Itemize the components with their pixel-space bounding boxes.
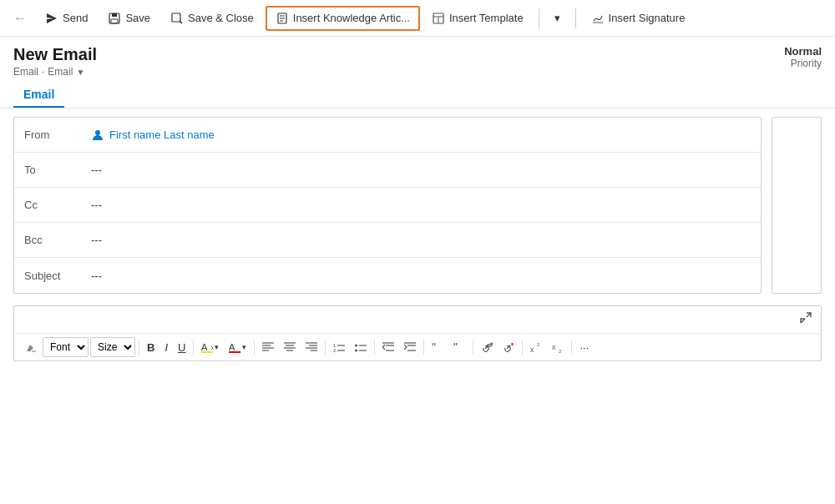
back-button[interactable]: ← bbox=[7, 5, 33, 32]
editor-divider1 bbox=[139, 340, 139, 355]
bold-button[interactable]: B bbox=[143, 339, 159, 356]
more-options-button[interactable]: ··· bbox=[575, 339, 593, 356]
svg-rect-1 bbox=[112, 13, 117, 17]
subtitle-dot: · bbox=[42, 66, 44, 78]
person-icon bbox=[91, 129, 104, 142]
font-select[interactable]: Font bbox=[43, 337, 89, 357]
subtitle-dropdown-icon[interactable]: ▼ bbox=[76, 68, 84, 77]
ordered-list-icon: 1. 2. bbox=[333, 341, 345, 353]
subscript-button[interactable]: x 2 bbox=[548, 339, 568, 355]
insert-signature-button[interactable]: Insert Signature bbox=[583, 8, 694, 29]
svg-rect-16 bbox=[201, 351, 213, 353]
editor-divider4 bbox=[325, 340, 326, 355]
align-left-icon bbox=[262, 341, 274, 353]
increase-indent-button[interactable] bbox=[400, 339, 420, 355]
subject-row: Subject --- bbox=[14, 258, 761, 293]
book-icon bbox=[276, 12, 289, 25]
email-container: From First name Last name To --- Cc --- … bbox=[0, 108, 835, 302]
editor-divider2 bbox=[193, 340, 194, 355]
expand-button[interactable] bbox=[797, 310, 814, 330]
remove-link-button[interactable] bbox=[498, 339, 519, 355]
size-select[interactable]: Size bbox=[90, 337, 135, 357]
svg-text:A: A bbox=[229, 342, 235, 352]
insert-link-button[interactable] bbox=[477, 339, 497, 355]
main-toolbar: ← Send Save Save & Close Insert Knowledg… bbox=[0, 0, 835, 37]
superscript-button[interactable]: x 2 bbox=[526, 339, 546, 355]
save-label: Save bbox=[125, 12, 150, 24]
eraser-icon bbox=[25, 341, 37, 353]
align-right-icon bbox=[306, 341, 317, 353]
highlight-icon: A bbox=[201, 341, 215, 353]
insert-template-button[interactable]: Insert Template bbox=[423, 8, 532, 29]
insert-template-label: Insert Template bbox=[449, 12, 524, 24]
subject-value[interactable]: --- bbox=[91, 270, 751, 282]
page-title: New Email bbox=[13, 45, 97, 64]
cc-value[interactable]: --- bbox=[91, 199, 751, 211]
send-button[interactable]: Send bbox=[37, 8, 96, 29]
save-button[interactable]: Save bbox=[99, 8, 159, 29]
from-value[interactable]: First name Last name bbox=[91, 129, 751, 142]
bold-label: B bbox=[147, 341, 154, 354]
align-center-button[interactable] bbox=[280, 339, 300, 355]
superscript-icon: x 2 bbox=[530, 341, 542, 353]
from-row: From First name Last name bbox=[14, 118, 761, 153]
bcc-row: Bcc --- bbox=[14, 223, 761, 258]
editor-divider5 bbox=[374, 340, 375, 355]
to-value[interactable]: --- bbox=[91, 164, 751, 176]
page-header: New Email Email · Email ▼ Normal Priorit… bbox=[0, 37, 835, 81]
priority-label: Normal bbox=[784, 45, 822, 58]
decrease-indent-button[interactable] bbox=[378, 339, 398, 355]
font-color-button[interactable]: A ▾ bbox=[225, 339, 250, 355]
signature-icon bbox=[591, 12, 605, 25]
send-label: Send bbox=[63, 12, 88, 24]
insert-knowledge-button[interactable]: Insert Knowledge Artic... bbox=[266, 6, 420, 31]
decrease-indent-icon bbox=[382, 341, 394, 353]
align-center-icon bbox=[284, 341, 296, 353]
to-label: To bbox=[24, 164, 91, 176]
editor-divider7 bbox=[473, 340, 473, 355]
save-close-label: Save & Close bbox=[188, 12, 254, 24]
unordered-list-button[interactable] bbox=[351, 339, 371, 355]
to-row: To --- bbox=[14, 153, 761, 188]
italic-label: I bbox=[164, 341, 168, 354]
svg-text:2: 2 bbox=[559, 349, 562, 353]
editor-expand-area bbox=[14, 306, 821, 333]
from-label: From bbox=[24, 129, 91, 141]
cc-row: Cc --- bbox=[14, 188, 761, 223]
editor-divider9 bbox=[571, 340, 572, 355]
svg-point-37 bbox=[355, 350, 357, 352]
font-color-dropdown-icon: ▾ bbox=[242, 343, 246, 351]
expand-icon bbox=[799, 311, 812, 325]
bcc-value[interactable]: --- bbox=[91, 234, 751, 246]
template-icon bbox=[432, 12, 445, 25]
svg-text:2.: 2. bbox=[333, 348, 337, 353]
toolbar-divider bbox=[539, 8, 539, 28]
underline-button[interactable]: U bbox=[174, 339, 190, 356]
subtitle-email2[interactable]: Email bbox=[48, 66, 73, 78]
align-right-button[interactable] bbox=[301, 339, 321, 355]
highlight-dropdown-icon: ▾ bbox=[215, 343, 219, 351]
align-left-button[interactable] bbox=[258, 339, 278, 355]
svg-point-35 bbox=[355, 345, 357, 347]
italic-button[interactable]: I bbox=[160, 339, 172, 356]
clear-format-button[interactable] bbox=[21, 339, 41, 355]
editor-divider8 bbox=[522, 340, 523, 355]
svg-rect-2 bbox=[111, 19, 118, 23]
save-icon bbox=[108, 12, 121, 25]
bcc-label: Bcc bbox=[24, 234, 91, 246]
svg-text:A: A bbox=[201, 342, 208, 352]
svg-text:2: 2 bbox=[537, 342, 540, 347]
send-icon bbox=[45, 12, 58, 25]
font-color-icon: A bbox=[229, 341, 242, 353]
tab-email[interactable]: Email bbox=[13, 81, 64, 108]
editor-toolbar: Font Size B I U A ▾ A bbox=[14, 333, 821, 360]
increase-indent-icon bbox=[404, 341, 416, 353]
cc-label: Cc bbox=[24, 199, 91, 211]
quote-close-button[interactable]: " bbox=[449, 339, 469, 355]
quote-open-button[interactable]: " bbox=[428, 339, 448, 355]
dropdown-button[interactable]: ▾ bbox=[546, 8, 569, 28]
subtitle-email1[interactable]: Email bbox=[13, 66, 38, 78]
ordered-list-button[interactable]: 1. 2. bbox=[329, 339, 349, 355]
save-close-button[interactable]: Save & Close bbox=[162, 8, 262, 29]
highlight-button[interactable]: A ▾ bbox=[197, 339, 223, 355]
